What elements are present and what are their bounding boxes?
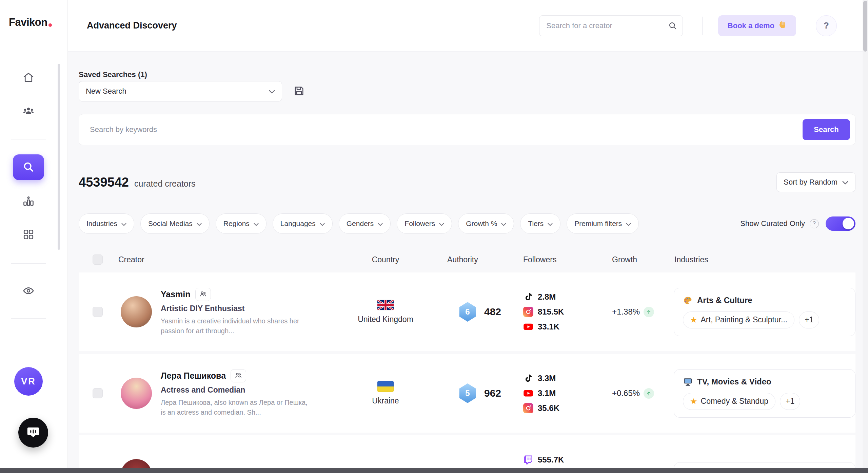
industry-tag-chip[interactable]: ★Art, Painting & Sculptur... bbox=[683, 311, 794, 328]
creator-name[interactable]: Лера Пешикова bbox=[161, 371, 226, 381]
follower-count: 33.1K bbox=[538, 322, 559, 332]
flag-united-kingdom bbox=[377, 300, 394, 310]
chevron-down-icon bbox=[254, 220, 259, 228]
chevron-down-icon bbox=[626, 220, 631, 228]
follower-count: 555.7K bbox=[538, 455, 564, 465]
filter-followers[interactable]: Followers bbox=[397, 213, 452, 234]
search-icon bbox=[22, 161, 35, 174]
chevron-down-icon bbox=[121, 220, 126, 228]
user-avatar[interactable]: VR bbox=[14, 367, 43, 396]
saved-search-select[interactable]: New Search bbox=[79, 81, 282, 101]
filter-industries[interactable]: Industries bbox=[79, 213, 134, 234]
sidebar-divider bbox=[11, 139, 46, 139]
industry-more-chip[interactable]: +1 bbox=[799, 311, 819, 328]
sidebar-item-home[interactable] bbox=[20, 71, 37, 84]
sidebar-nav bbox=[0, 71, 57, 319]
row-select-checkbox[interactable] bbox=[93, 307, 103, 317]
sidebar-item-watchlist[interactable] bbox=[20, 285, 37, 298]
growth-up-icon bbox=[644, 388, 654, 399]
filter-tiers[interactable]: Tiers bbox=[520, 213, 560, 234]
main-area: Advanced Discovery Book a demo ? bbox=[68, 0, 868, 473]
app-root: Favikon bbox=[0, 0, 868, 473]
favikon-logo[interactable]: Favikon bbox=[9, 16, 52, 29]
column-header-growth[interactable]: Growth bbox=[606, 248, 674, 271]
people-icon bbox=[22, 105, 35, 118]
saved-search-value: New Search bbox=[86, 87, 126, 96]
follower-count: 815.5K bbox=[538, 307, 564, 317]
column-header-country[interactable]: Country bbox=[343, 248, 428, 271]
chevron-down-icon bbox=[842, 178, 848, 187]
creator-avatar[interactable] bbox=[121, 378, 152, 409]
row-select-checkbox[interactable] bbox=[93, 388, 103, 398]
youtube-icon bbox=[523, 322, 533, 332]
growth-value: +1.38% bbox=[612, 307, 640, 317]
sidebar-item-rankings[interactable] bbox=[20, 195, 37, 208]
horizontal-scrollbar[interactable] bbox=[0, 468, 868, 473]
sidebar-item-discovery[interactable] bbox=[13, 154, 44, 180]
creator-search-input[interactable] bbox=[539, 15, 683, 36]
avatar-initials: VR bbox=[21, 376, 36, 387]
select-all-checkbox[interactable] bbox=[93, 254, 103, 265]
creator-description: Yasmin is a creative individual who shar… bbox=[161, 316, 310, 336]
column-header-creator[interactable]: Creator bbox=[118, 248, 343, 271]
book-demo-button[interactable]: Book a demo bbox=[718, 15, 796, 36]
results-count-label: curated creators bbox=[134, 179, 196, 189]
table-row[interactable]: Zeling 555 bbox=[79, 435, 855, 473]
lookalike-badge-button[interactable] bbox=[195, 288, 211, 301]
help-tooltip-icon[interactable]: ? bbox=[810, 219, 819, 228]
search-icon[interactable] bbox=[668, 21, 677, 32]
table-row[interactable]: Yasmin Artistic DIY Enthusiast Yasmin is… bbox=[79, 272, 855, 351]
sidebar-scrollbar[interactable] bbox=[58, 64, 60, 250]
industries-card: TV, Movies & Video ★Comedy & Standup +1 bbox=[674, 369, 855, 418]
palette-icon bbox=[683, 296, 693, 305]
creator-search bbox=[539, 15, 683, 36]
save-search-button[interactable] bbox=[293, 85, 305, 98]
sidebar-item-apps[interactable] bbox=[20, 228, 37, 241]
people-icon bbox=[235, 372, 242, 380]
save-floppy-icon bbox=[293, 85, 305, 98]
keyword-search-input[interactable] bbox=[90, 114, 803, 145]
table-row[interactable]: Лера Пешикова Actress and Comedian Лера … bbox=[79, 354, 855, 433]
chevron-down-icon bbox=[197, 220, 202, 228]
creator-name[interactable]: Yasmin bbox=[161, 289, 191, 299]
keyword-search-button[interactable]: Search bbox=[803, 119, 850, 140]
sort-select[interactable]: Sort by Random bbox=[776, 172, 855, 192]
column-header-followers[interactable]: Followers bbox=[516, 248, 606, 271]
follower-count: 3.3M bbox=[538, 374, 556, 383]
filter-genders[interactable]: Genders bbox=[339, 213, 391, 234]
column-header-authority[interactable]: Authority bbox=[428, 248, 516, 271]
filter-regions[interactable]: Regions bbox=[216, 213, 267, 234]
filter-languages[interactable]: Languages bbox=[273, 213, 333, 234]
help-button[interactable]: ? bbox=[816, 15, 837, 36]
lookalike-badge-button[interactable] bbox=[231, 369, 246, 382]
creator-avatar[interactable] bbox=[121, 296, 152, 327]
sidebar-divider bbox=[11, 352, 46, 352]
sidebar-item-network[interactable] bbox=[20, 105, 37, 118]
filter-growth-percent[interactable]: Growth % bbox=[458, 213, 514, 234]
logo-dot-icon bbox=[48, 23, 52, 27]
industry-category: TV, Movies & Video bbox=[697, 377, 771, 386]
creator-description: Лера Пешикова, also known as Лера or Пеш… bbox=[161, 398, 310, 417]
filters-row: Industries Social Medias Regions Languag… bbox=[79, 213, 855, 234]
industry-category: Arts & Culture bbox=[697, 296, 752, 305]
chat-launcher-button[interactable] bbox=[18, 418, 48, 448]
follower-count: 3.1M bbox=[538, 389, 556, 398]
industry-tag-chip[interactable]: ★Comedy & Standup bbox=[683, 393, 775, 410]
instagram-icon bbox=[523, 403, 533, 413]
sidebar-divider bbox=[11, 318, 46, 319]
industry-more-chip[interactable]: +1 bbox=[780, 393, 800, 410]
chevron-down-icon bbox=[378, 220, 383, 228]
podium-icon bbox=[22, 195, 35, 208]
column-header-industries[interactable]: Industries bbox=[674, 248, 855, 271]
page-title: Advanced Discovery bbox=[87, 20, 177, 31]
home-icon bbox=[22, 71, 35, 84]
filter-social-medias[interactable]: Social Medias bbox=[140, 213, 210, 234]
follower-count: 2.8M bbox=[538, 292, 556, 302]
curated-only-toggle[interactable] bbox=[826, 216, 855, 231]
twitch-icon bbox=[523, 455, 533, 465]
sidebar-divider bbox=[11, 263, 46, 264]
filter-premium-filters[interactable]: Premium filters bbox=[567, 213, 639, 234]
vertical-scrollbar[interactable] bbox=[863, 0, 868, 468]
vertical-scrollbar-thumb[interactable] bbox=[863, 1, 867, 52]
authority-score: 482 bbox=[484, 306, 501, 318]
